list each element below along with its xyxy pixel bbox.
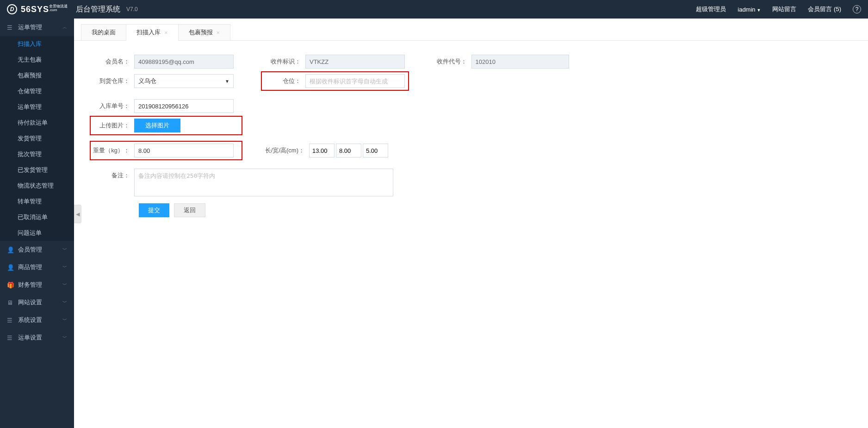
user-icon: 👤 [7,264,14,271]
recv-mark-input [305,55,405,69]
app-header: D 56SYS全景物流通.com 后台管理系统 V7.0 超级管理员 iadmi… [0,0,868,19]
dim-w-input[interactable] [336,144,361,157]
back-button[interactable]: 返回 [174,203,205,217]
user-role: 超级管理员 [696,5,726,13]
field-in-no: 入库单号： [93,99,245,113]
submit-button[interactable]: 提交 [139,203,169,217]
upload-button[interactable]: 选择图片 [134,119,180,132]
field-slot: 仓位： [261,71,409,91]
content-area: 我的桌面 扫描入库 × 包裹预报 × 会员名： 收件标识： [74,19,868,428]
user-icon: 👤 [7,246,14,253]
logo-sub-bottom: .com [49,8,57,12]
dim-h-input[interactable] [363,144,388,157]
tab-label: 我的桌面 [92,28,116,37]
field-recv-code: 收件代号： [430,55,569,69]
field-remark: 备注： [93,169,393,196]
sidebar-item-product-mgmt[interactable]: 👤 商品管理 ﹀ [0,258,74,276]
logo-text-wrap: 56SYS全景物流通.com [21,5,68,14]
submenu-item-pending-pay[interactable]: 待付款运单 [0,115,74,131]
recv-mark-label: 收件标识： [264,57,305,66]
help-icon[interactable]: ? [853,5,861,13]
sidebar-item-label: 运单管理 [18,23,42,31]
list-icon: ☰ [7,24,14,31]
sidebar: ☰ 运单管理 ︿ 扫描入库 无主包裹 包裹预报 仓储管理 运单管理 待付款运单 … [0,19,74,428]
tab-scan-in[interactable]: 扫描入库 × [126,24,179,40]
recv-code-input [471,55,569,69]
logo-icon: D [7,4,17,14]
tab-label: 扫描入库 [136,28,161,37]
weight-input[interactable] [134,144,234,157]
submenu-item-storage[interactable]: 仓储管理 [0,83,74,99]
submenu-item-scan-in[interactable]: 扫描入库 [0,36,74,52]
field-member-name: 会员名： [93,55,245,69]
sidebar-item-site-settings[interactable]: 🖥 网站设置 ﹀ [0,294,74,311]
slot-label: 仓位： [264,77,305,85]
submenu-item-logistics-status[interactable]: 物流状态管理 [0,178,74,194]
warehouse-label: 到货仓库： [93,77,134,85]
site-message-link[interactable]: 网站留言 [772,5,796,13]
submenu-item-cancelled[interactable]: 已取消运单 [0,209,74,225]
submenu-waybill: 扫描入库 无主包裹 包裹预报 仓储管理 运单管理 待付款运单 发货管理 批次管理… [0,36,74,241]
member-name-label: 会员名： [93,57,134,66]
warehouse-select[interactable]: 义乌仓 ▼ [134,74,234,88]
submenu-item-forecast[interactable]: 包裹预报 [0,68,74,83]
submenu-item-ship[interactable]: 发货管理 [0,131,74,146]
submenu-item-problem[interactable]: 问题运单 [0,225,74,241]
field-weight: 重量（kg）： [90,141,242,160]
sidebar-item-label: 商品管理 [18,263,42,271]
form-container: 会员名： 收件标识： 收件代号： 到货仓库： 义乌仓 [74,41,868,428]
sidebar-item-waybill-mgmt[interactable]: ☰ 运单管理 ︿ [0,19,74,36]
field-recv-mark: 收件标识： [264,55,412,69]
chevron-down-icon: ﹀ [62,246,67,253]
weight-label: 重量（kg）： [93,146,134,155]
member-msg-label: 会员留言 [808,6,832,13]
field-warehouse: 到货仓库： 义乌仓 ▼ [93,74,245,88]
member-name-input [134,55,234,69]
close-icon[interactable]: × [164,29,168,36]
user-name: iadmin [738,6,755,13]
gift-icon: 🎁 [7,282,14,289]
sidebar-item-label: 财务管理 [18,281,42,289]
monitor-icon: 🖥 [7,299,14,306]
chevron-down-icon: ﹀ [62,334,67,341]
submenu-item-shipped[interactable]: 已发货管理 [0,162,74,178]
remark-label: 备注： [93,169,134,180]
dim-label: 长/宽/高(cm)： [258,146,309,155]
remark-textarea[interactable] [134,169,393,196]
chevron-down-icon: ▼ [225,79,229,84]
form-buttons: 提交 返回 [93,203,849,217]
submenu-item-transfer[interactable]: 转单管理 [0,194,74,209]
field-upload: 上传图片： 选择图片 [90,116,242,135]
tab-bar: 我的桌面 扫描入库 × 包裹预报 × [74,19,868,41]
submenu-item-orphan[interactable]: 无主包裹 [0,52,74,68]
chevron-down-icon: ▼ [757,8,761,13]
dim-l-input[interactable] [309,144,335,157]
user-menu[interactable]: iadmin▼ [738,6,761,13]
member-message-link[interactable]: 会员留言 (5) [808,5,841,13]
submenu-item-batch[interactable]: 批次管理 [0,146,74,162]
recv-code-label: 收件代号： [430,57,471,66]
sidebar-item-label: 系统设置 [18,316,42,324]
in-no-input[interactable] [134,99,234,113]
close-icon[interactable]: × [217,29,220,36]
chevron-up-icon: ︿ [62,24,67,31]
member-msg-count: (5) [834,6,841,13]
tab-desktop[interactable]: 我的桌面 [81,24,126,40]
tab-forecast[interactable]: 包裹预报 × [178,24,231,40]
header-right: 超级管理员 iadmin▼ 网站留言 会员留言 (5) ? [696,5,861,13]
sidebar-item-finance-mgmt[interactable]: 🎁 财务管理 ﹀ [0,276,74,294]
sidebar-collapse-handle[interactable]: ◀ [74,205,81,223]
slot-input[interactable] [305,74,405,88]
chevron-down-icon: ﹀ [62,264,67,271]
sidebar-item-label: 网站设置 [18,298,42,307]
submenu-item-waybill[interactable]: 运单管理 [0,99,74,115]
sidebar-item-waybill-settings[interactable]: ☰ 运单设置 ﹀ [0,329,74,346]
app-title: 后台管理系统 [76,5,120,14]
sidebar-item-system-settings[interactable]: ☰ 系统设置 ﹀ [0,311,74,329]
sidebar-item-member-mgmt[interactable]: 👤 会员管理 ﹀ [0,241,74,258]
field-dimensions: 长/宽/高(cm)： [258,144,406,157]
list-icon: ☰ [7,334,14,341]
app-version: V7.0 [126,6,138,13]
chevron-down-icon: ﹀ [62,282,67,288]
chevron-down-icon: ﹀ [62,299,67,306]
